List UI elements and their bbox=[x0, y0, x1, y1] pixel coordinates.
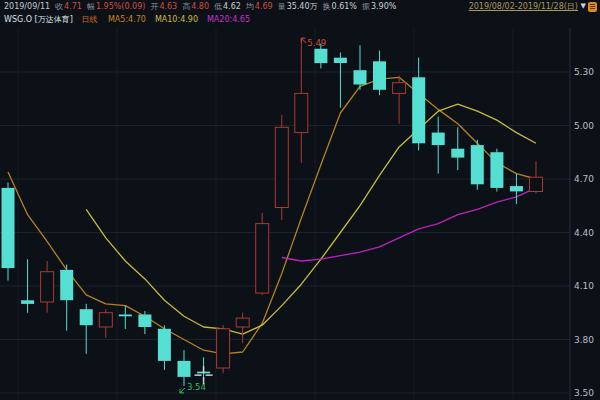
candle[interactable] bbox=[510, 174, 523, 204]
info-bar: 2019/09/11收4.71幅1.95%(0.09)开4.63高4.80低4.… bbox=[4, 0, 598, 13]
candle[interactable] bbox=[334, 52, 347, 107]
candle[interactable] bbox=[451, 127, 464, 170]
candlestick-chart[interactable]: 5.305.004.704.404.103.803.505.493.54 bbox=[0, 0, 600, 400]
candle[interactable] bbox=[41, 261, 54, 313]
period-label[interactable]: 日线 bbox=[81, 15, 97, 24]
ma10-line bbox=[86, 104, 536, 334]
info-field: 高4.80 bbox=[182, 2, 209, 11]
candles bbox=[2, 38, 543, 386]
y-axis-labels: 5.305.004.704.404.103.803.50 bbox=[574, 67, 594, 398]
ma20-line bbox=[282, 188, 536, 261]
info-field: 换0.61% bbox=[323, 2, 357, 11]
ma-legend-item: MA20:4.65 bbox=[207, 15, 250, 24]
svg-text:5.30: 5.30 bbox=[574, 67, 594, 77]
svg-text:4.40: 4.40 bbox=[574, 228, 594, 238]
candle[interactable] bbox=[217, 325, 230, 373]
info-field: 收4.71 bbox=[55, 2, 82, 11]
svg-text:3.80: 3.80 bbox=[574, 335, 594, 345]
svg-text:5.00: 5.00 bbox=[574, 121, 594, 131]
svg-text:4.70: 4.70 bbox=[574, 174, 594, 184]
gridlines bbox=[0, 28, 570, 400]
candle[interactable] bbox=[80, 304, 93, 354]
info-fields: 收4.71幅1.95%(0.09)开4.63高4.80低4.62均4.69量35… bbox=[55, 2, 401, 11]
high-price-label: 5.49 bbox=[307, 38, 326, 48]
candle[interactable] bbox=[295, 38, 308, 163]
svg-text:4.10: 4.10 bbox=[574, 281, 594, 291]
info-field: 幅1.95%(0.09) bbox=[87, 2, 145, 11]
candle[interactable] bbox=[236, 313, 249, 343]
symbol-name: [万达体育] bbox=[35, 15, 73, 24]
legend-bar: WSG.O [万达体育] 日线 MA5:4.70MA10:4.90MA20:4.… bbox=[4, 13, 598, 26]
info-field: 均4.69 bbox=[246, 2, 273, 11]
info-field: 振3.90% bbox=[362, 2, 396, 11]
ma-legend-item: MA5:4.70 bbox=[108, 15, 146, 24]
high-arrow bbox=[301, 38, 306, 43]
candle[interactable] bbox=[530, 161, 543, 193]
info-field: 低4.62 bbox=[214, 2, 241, 11]
svg-text:3.50: 3.50 bbox=[574, 388, 594, 398]
candle[interactable] bbox=[373, 51, 386, 96]
info-date: 2019/09/11 bbox=[4, 2, 50, 11]
ma-legend: MA5:4.70MA10:4.90MA20:4.65 bbox=[108, 15, 259, 24]
stock-chart-app: 5.305.004.704.404.103.803.505.493.54 201… bbox=[0, 0, 600, 400]
range-selector[interactable]: 2019/08/02-2019/11/28(日) bbox=[469, 0, 578, 13]
candle[interactable] bbox=[275, 115, 288, 220]
info-field: 量35.40万 bbox=[278, 2, 318, 11]
candle[interactable] bbox=[354, 45, 367, 90]
info-field: 开4.63 bbox=[150, 2, 177, 11]
candle[interactable] bbox=[490, 149, 503, 192]
calendar-icon[interactable] bbox=[588, 2, 597, 12]
ma-legend-item: MA10:4.90 bbox=[155, 15, 198, 24]
candle[interactable] bbox=[471, 140, 484, 190]
candle[interactable] bbox=[119, 306, 132, 329]
candle[interactable] bbox=[99, 309, 112, 338]
candle[interactable] bbox=[178, 350, 191, 386]
candle[interactable] bbox=[393, 76, 406, 124]
chevron-down-icon[interactable]: ▼ bbox=[581, 0, 586, 13]
candle[interactable] bbox=[256, 213, 269, 295]
low-arrow bbox=[180, 388, 185, 393]
candle[interactable] bbox=[158, 325, 171, 370]
candle[interactable] bbox=[60, 265, 73, 331]
candle[interactable] bbox=[2, 183, 15, 281]
symbol-code: WSG.O [万达体育] bbox=[4, 15, 73, 24]
